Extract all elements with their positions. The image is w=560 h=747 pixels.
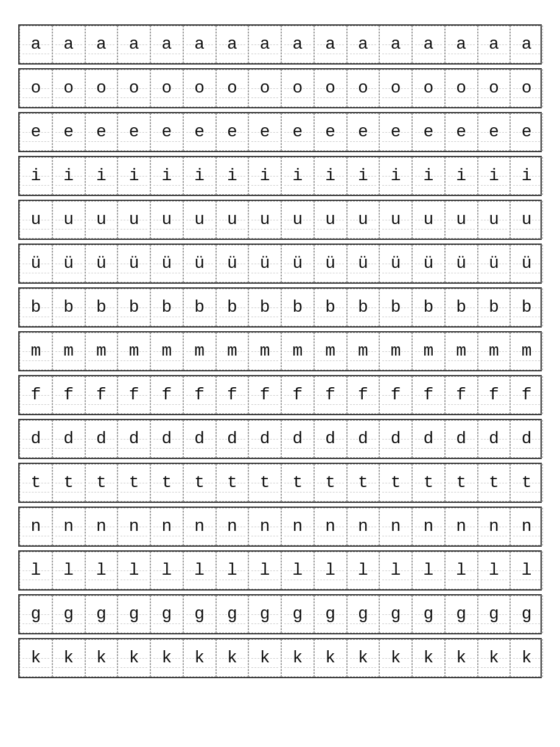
letter-char: n	[489, 518, 499, 535]
letter-char: o	[129, 80, 139, 97]
letter-char: m	[227, 343, 237, 360]
letter-cell: n	[314, 508, 347, 545]
letter-cell: i	[216, 157, 249, 195]
letter-char: f	[489, 387, 499, 404]
letter-cell: g	[52, 595, 85, 633]
letter-char: m	[30, 343, 41, 360]
letter-char: l	[325, 562, 335, 579]
letter-char: k	[96, 650, 107, 667]
letter-char: t	[358, 474, 368, 491]
letter-cell: u	[150, 201, 183, 239]
letter-cell: u	[248, 201, 281, 239]
letter-cell: n	[347, 508, 380, 545]
letter-cell: k	[52, 639, 85, 677]
row-m: mmmmmmmmmmmmmmmm	[18, 331, 542, 371]
letter-cell: l	[183, 552, 216, 589]
letter-cell: f	[150, 376, 183, 414]
row-ü: üüüüüüüüüüüüüüüü	[18, 244, 542, 284]
letter-cell: o	[347, 69, 380, 107]
letter-cell: e	[150, 113, 183, 151]
letter-cell: b	[248, 289, 281, 326]
letter-char: a	[96, 36, 107, 53]
letter-char: i	[325, 167, 335, 184]
letter-char: b	[194, 299, 205, 316]
letter-cell: t	[183, 464, 216, 502]
letter-char: g	[194, 606, 205, 623]
letter-char: a	[63, 36, 74, 53]
letter-char: m	[456, 343, 466, 360]
letter-char: n	[292, 518, 303, 535]
letter-cell: e	[478, 113, 511, 151]
letter-cell: a	[52, 26, 85, 63]
letter-char: t	[129, 474, 139, 491]
letter-char: b	[325, 299, 335, 316]
letter-char: a	[227, 36, 237, 53]
letter-cell: b	[150, 289, 183, 326]
letter-cell: f	[445, 376, 478, 414]
letter-cell: b	[510, 289, 543, 326]
letter-char: u	[260, 211, 270, 228]
letter-cell: e	[314, 113, 347, 151]
letter-cell: m	[248, 332, 281, 370]
letter-char: g	[96, 606, 107, 623]
letter-char: o	[96, 80, 107, 97]
letter-char: d	[63, 430, 74, 447]
letter-char: f	[30, 387, 41, 404]
letter-char: a	[391, 36, 401, 53]
letter-cell: e	[412, 113, 445, 151]
letter-cell: m	[216, 332, 249, 370]
row-a: aaaaaaaaaaaaaaaa	[18, 24, 542, 65]
letter-char: d	[325, 430, 335, 447]
letter-char: g	[456, 606, 466, 623]
row-l: llllllllllllllll	[18, 550, 542, 591]
letter-char: g	[489, 606, 499, 623]
letter-cell: d	[150, 420, 183, 458]
letter-char: d	[391, 430, 401, 447]
letter-char: m	[522, 343, 532, 360]
letter-char: b	[63, 299, 74, 316]
letter-char: g	[423, 606, 433, 623]
letter-char: m	[358, 343, 368, 360]
letter-cell: ü	[19, 245, 52, 282]
letter-char: ü	[325, 255, 335, 272]
letter-cell: m	[183, 332, 216, 370]
letter-cell: l	[85, 552, 118, 589]
letter-cell: o	[314, 69, 347, 107]
row-g: gggggggggggggggg	[18, 594, 542, 634]
row-e: eeeeeeeeeeeeeeee	[18, 112, 542, 152]
letter-char: u	[358, 211, 368, 228]
letter-cell: d	[314, 420, 347, 458]
letter-cell: g	[85, 595, 118, 633]
letter-cell: i	[19, 157, 52, 195]
letter-cell: m	[150, 332, 183, 370]
letter-char: d	[423, 430, 433, 447]
letter-char: f	[96, 387, 107, 404]
letter-cell: e	[183, 113, 216, 151]
letter-cell: e	[248, 113, 281, 151]
letter-char: b	[161, 299, 172, 316]
letter-cell: i	[445, 157, 478, 195]
letter-char: ü	[522, 255, 532, 272]
letter-cell: m	[117, 332, 150, 370]
letter-cell: u	[379, 201, 412, 239]
letter-cell: t	[478, 464, 511, 502]
letter-char: g	[391, 606, 401, 623]
letter-char: t	[391, 474, 401, 491]
letter-cell: b	[478, 289, 511, 326]
letter-cell: m	[52, 332, 85, 370]
letter-cell: g	[281, 595, 314, 633]
letter-char: l	[63, 562, 74, 579]
letter-cell: t	[19, 464, 52, 502]
letter-char: a	[194, 36, 205, 53]
letter-cell: b	[85, 289, 118, 326]
letter-cell: t	[248, 464, 281, 502]
letter-cell: l	[117, 552, 150, 589]
letter-cell: b	[19, 289, 52, 326]
letter-char: ü	[260, 255, 270, 272]
letter-cell: g	[19, 595, 52, 633]
letter-cell: n	[85, 508, 118, 545]
letter-cell: g	[216, 595, 249, 633]
letter-char: f	[161, 387, 172, 404]
letter-char: k	[423, 650, 433, 667]
letter-char: i	[292, 167, 303, 184]
